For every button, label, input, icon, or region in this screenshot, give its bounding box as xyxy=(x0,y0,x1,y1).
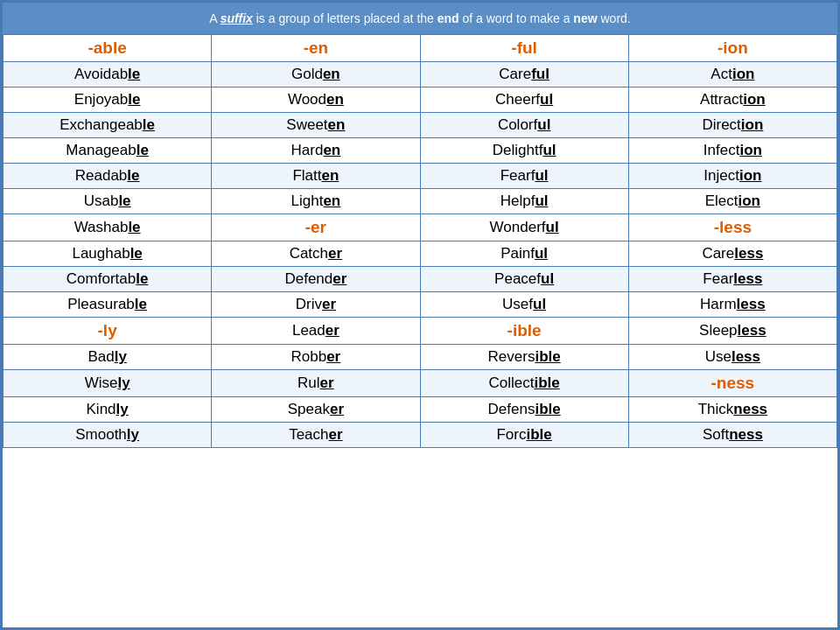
word-cell: Wooden xyxy=(212,88,420,113)
suffix-part: er xyxy=(332,270,346,287)
word-cell: Smoothly xyxy=(4,423,212,448)
word-cell: Defensible xyxy=(420,397,628,423)
word-cell: Leader xyxy=(212,318,420,345)
suffix-part: ul xyxy=(540,91,553,108)
suffix-part: le xyxy=(136,142,149,158)
table-row: Laughable Catcher Painful Careless xyxy=(4,242,837,267)
word-cell: Ruler xyxy=(212,370,420,397)
main-container: A suffix is a group of letters placed at… xyxy=(0,0,840,630)
table-row: -able -en -ful -ion xyxy=(4,35,837,62)
word-cell: Pleasurable xyxy=(4,292,212,318)
table-row: Comfortable Defender Peaceful Fearless xyxy=(4,267,837,292)
end-word: end xyxy=(438,11,459,25)
table-row: Kindly Speaker Defensible Thickness xyxy=(4,397,837,423)
suffix-part: le xyxy=(130,245,143,262)
suffix-part: ful xyxy=(531,66,550,82)
word-cell: Lighten xyxy=(212,189,420,214)
suffix-part: ion xyxy=(739,142,762,158)
suffix-part: ible xyxy=(535,348,560,365)
word-cell: Catcher xyxy=(212,242,420,267)
suffix-part: le xyxy=(128,91,140,108)
word-cell: Fearless xyxy=(628,267,836,292)
suffix-part: ul xyxy=(541,270,554,287)
word-cell: Fearful xyxy=(420,164,628,189)
word-cell: Washable xyxy=(4,214,212,242)
word-cell: Manageable xyxy=(4,138,212,164)
suffix-part: er xyxy=(326,322,340,339)
suffix-part: le xyxy=(128,66,140,82)
word-cell: Helpful xyxy=(420,189,628,214)
table-row: Smoothly Teacher Forcible Softness xyxy=(4,423,837,448)
word-cell: Wisely xyxy=(4,370,212,397)
suffix-header-less: -less xyxy=(628,214,836,242)
table-row: -ly Leader -ible Sleepless xyxy=(4,318,837,345)
table-row: Washable -er Wonderful -less xyxy=(4,214,837,242)
suffix-part: less xyxy=(737,296,766,312)
suffix-part: ible xyxy=(526,426,551,443)
suffix-part: ly xyxy=(115,348,127,365)
suffix-part: er xyxy=(320,374,334,391)
suffix-part: less xyxy=(734,245,763,262)
suffix-part: less xyxy=(732,348,760,365)
word-cell: Enjoyable xyxy=(4,88,212,113)
word-cell: Cheerful xyxy=(420,88,628,113)
suffix-part: ly xyxy=(127,426,139,443)
suffix-header-ly: -ly xyxy=(4,318,212,345)
word-cell: Sleepless xyxy=(628,318,836,345)
word-cell: Comfortable xyxy=(4,267,212,292)
suffix-header-able: -able xyxy=(4,35,212,62)
suffix-header-ible: -ible xyxy=(420,318,628,345)
table-row: Badly Robber Reversible Useless xyxy=(4,345,837,370)
table-row: Exchangeable Sweeten Colorful Direction xyxy=(4,113,837,138)
word-cell: Kindly xyxy=(4,397,212,423)
suffix-part: ul xyxy=(535,245,548,262)
suffix-part: ly xyxy=(116,401,129,417)
suffix-part: en xyxy=(326,91,344,108)
word-cell: Infection xyxy=(628,138,836,164)
word-cell: Softness xyxy=(628,423,836,448)
table-row: Pleasurable Driver Useful Harmless xyxy=(4,292,837,318)
word-cell: Useful xyxy=(420,292,628,318)
word-cell: Thickness xyxy=(628,397,836,423)
word-cell: Exchangeable xyxy=(4,113,212,138)
word-cell: Defender xyxy=(212,267,420,292)
suffix-part: ul xyxy=(535,167,548,184)
suffix-part: er xyxy=(322,296,336,312)
suffix-part: er xyxy=(328,245,342,262)
word-cell: Avoidable xyxy=(4,62,212,88)
word-cell: Usable xyxy=(4,189,212,214)
table-row: Enjoyable Wooden Cheerful Attraction xyxy=(4,88,837,113)
suffix-part: en xyxy=(321,167,339,184)
word-cell: Harmless xyxy=(628,292,836,318)
word-cell: Colorful xyxy=(420,113,628,138)
suffix-part: le xyxy=(143,116,155,133)
word-cell: Peaceful xyxy=(420,267,628,292)
suffix-part: le xyxy=(135,296,147,312)
new-word: new xyxy=(573,11,597,25)
table-wrapper: -able -en -ful -ion Avoidable Golden Car… xyxy=(3,34,837,448)
word-cell: Badly xyxy=(4,345,212,370)
word-cell: Wonderful xyxy=(420,214,628,242)
suffix-part: en xyxy=(323,142,340,158)
suffix-header-ful: -ful xyxy=(420,35,628,62)
suffix-part: en xyxy=(323,192,340,209)
suffix-part: ion xyxy=(741,116,764,133)
word-cell: Collectible xyxy=(420,370,628,397)
word-cell: Direction xyxy=(628,113,836,138)
subtitle: A suffix is a group of letters placed at… xyxy=(13,11,827,25)
suffix-part: ly xyxy=(117,374,130,391)
word-cell: Teacher xyxy=(212,423,420,448)
suffix-part: ion xyxy=(743,91,766,108)
table-row: Wisely Ruler Collectible -ness xyxy=(4,370,837,397)
suffix-word: suffix xyxy=(220,11,253,25)
suffix-part: le xyxy=(127,167,139,184)
table-row: Avoidable Golden Careful Action xyxy=(4,62,837,88)
word-cell: Action xyxy=(628,62,836,88)
word-cell: Useless xyxy=(628,345,836,370)
word-cell: Golden xyxy=(212,62,420,88)
header: A suffix is a group of letters placed at… xyxy=(3,3,837,34)
suffix-part: ul xyxy=(546,219,559,235)
word-cell: Attraction xyxy=(628,88,836,113)
suffix-part: ul xyxy=(542,142,556,158)
suffix-part: er xyxy=(329,426,343,443)
